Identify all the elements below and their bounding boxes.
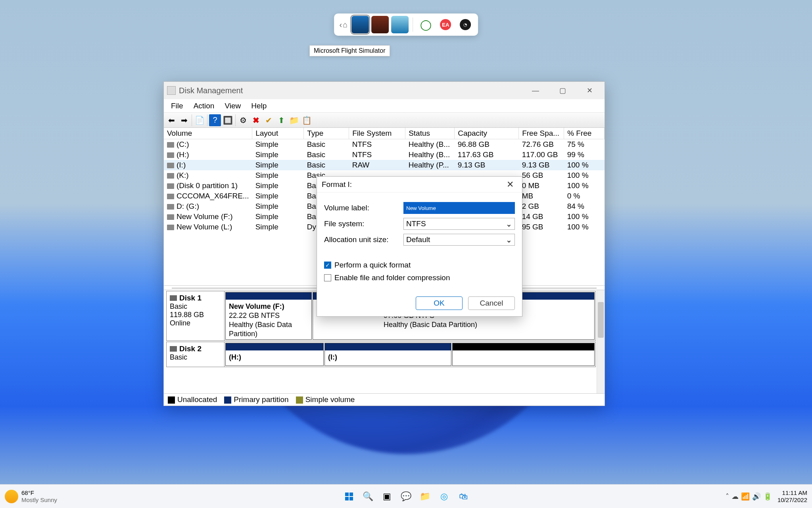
disk-size: 119.88 GB <box>170 311 221 319</box>
xbox-gamebar: ‹ ⌂ ◯ EA ◔ <box>334 13 478 36</box>
titlebar[interactable]: Disk Management — ▢ ✕ <box>164 82 605 99</box>
gamebar-tile-forza[interactable] <box>391 16 409 33</box>
weather-desc: Mostly Sunny <box>21 496 57 503</box>
gamebar-tile-minecraft[interactable] <box>371 16 389 33</box>
toolbar: ⬅ ➡ 📄 ? 🔲 ⚙ ✖ ✔ ⬆ 📁 📋 <box>164 113 605 128</box>
menu-help[interactable]: Help <box>246 100 271 112</box>
toolbar-up-icon[interactable]: ⬆ <box>275 114 287 126</box>
window-title: Disk Management <box>179 86 520 95</box>
format-dialog: Format I: ✕ Volume label: File system: N… <box>317 176 522 317</box>
svg-rect-0 <box>345 493 349 496</box>
gamebar-back-icon[interactable]: ‹ <box>340 20 342 29</box>
legend: Unallocated Primary partition Simple vol… <box>164 393 605 406</box>
disk-row-2: Disk 2 Basic (H:) (I:) <box>166 342 596 367</box>
col-type[interactable]: Type <box>304 128 349 139</box>
col-layout[interactable]: Layout <box>252 128 304 139</box>
filesystem-dropdown[interactable]: NTFS⌄ <box>403 218 515 230</box>
weather-icon <box>5 490 18 503</box>
checkbox-checked-icon: ✓ <box>324 262 331 269</box>
toolbar-separator <box>192 114 192 126</box>
dialog-title: Format I: <box>322 180 503 189</box>
toolbar-properties-icon[interactable]: 📄 <box>194 114 205 126</box>
gamebar-divider <box>413 17 413 32</box>
taskbar-clock[interactable]: 11:11 AM 10/27/2022 <box>777 489 807 503</box>
filesystem-label: File system: <box>324 219 403 228</box>
disk-type: Basic <box>170 302 221 311</box>
search-icon[interactable]: 🔍 <box>360 488 376 505</box>
svg-rect-1 <box>349 493 353 496</box>
toolbar-check-icon[interactable]: ✔ <box>263 114 275 126</box>
toolbar-refresh-icon[interactable]: 🔲 <box>222 114 234 126</box>
volume-label-label: Volume label: <box>324 204 403 212</box>
svg-rect-3 <box>349 497 353 500</box>
battery-icon[interactable]: 🔋 <box>763 492 772 501</box>
menu-view[interactable]: View <box>220 100 246 112</box>
partition[interactable]: (I:) <box>324 343 451 366</box>
edge-icon[interactable]: ◎ <box>436 488 453 505</box>
table-row[interactable]: (C:)SimpleBasicNTFSHealthy (B...96.88 GB… <box>164 139 605 150</box>
svg-rect-2 <box>345 497 349 500</box>
partition[interactable]: (H:) <box>225 343 324 366</box>
col-filesystem[interactable]: File System <box>349 128 405 139</box>
gamebar-ea-icon[interactable]: EA <box>437 16 454 33</box>
store-icon[interactable]: 🛍 <box>455 488 472 505</box>
maximize-button[interactable]: ▢ <box>551 83 574 98</box>
chat-icon[interactable]: 💬 <box>398 488 415 505</box>
weather-temp: 68°F <box>21 489 57 496</box>
onedrive-icon[interactable]: ☁ <box>731 492 739 501</box>
disk-panel-scrollbar[interactable] <box>597 290 605 393</box>
disk-state: Online <box>170 319 221 327</box>
menu-file[interactable]: File <box>166 100 188 112</box>
toolbar-forward-icon[interactable]: ➡ <box>178 114 190 126</box>
toolbar-separator <box>235 114 236 126</box>
allocation-label: Allocation unit size: <box>324 235 403 244</box>
toolbar-back-icon[interactable]: ⬅ <box>165 114 177 126</box>
gamebar-tooltip: Microsoft Flight Simulator <box>309 45 390 56</box>
taskbar: 68°F Mostly Sunny 🔍 ▣ 💬 📁 ◎ 🛍 ˄ ☁ 📶 🔊 🔋 … <box>0 484 812 508</box>
col-status[interactable]: Status <box>405 128 455 139</box>
gamebar-home-icon[interactable]: ⌂ <box>343 20 347 29</box>
volume-label-input[interactable] <box>403 202 515 214</box>
col-volume[interactable]: Volume <box>164 128 252 139</box>
dialog-close-icon[interactable]: ✕ <box>503 179 517 190</box>
toolbar-list-icon[interactable]: 📋 <box>301 114 313 126</box>
chevron-down-icon: ⌄ <box>506 219 512 229</box>
table-row[interactable]: (I:)SimpleBasicRAWHealthy (P...9.13 GB9.… <box>164 160 605 170</box>
explorer-icon[interactable]: 📁 <box>417 488 434 505</box>
gamebar-tile-flight-sim[interactable] <box>351 16 369 33</box>
col-freespace[interactable]: Free Spa... <box>519 128 564 139</box>
tray-expand-icon[interactable]: ˄ <box>726 492 729 501</box>
quick-format-checkbox[interactable]: ✓ Perform a quick format <box>324 261 515 269</box>
partition[interactable]: New Volume (F:) 22.22 GB NTFS Healthy (B… <box>225 292 312 340</box>
partition-unallocated[interactable] <box>452 343 595 366</box>
compression-checkbox[interactable]: Enable file and folder compression <box>324 273 515 282</box>
menu-action[interactable]: Action <box>189 100 219 112</box>
toolbar-folder-icon[interactable]: 📁 <box>288 114 300 126</box>
allocation-dropdown[interactable]: Default⌄ <box>403 234 515 246</box>
gamebar-steam-icon[interactable]: ◔ <box>457 16 474 33</box>
toolbar-settings-icon[interactable]: ⚙ <box>237 114 249 126</box>
taskbar-weather[interactable]: 68°F Mostly Sunny <box>5 489 57 503</box>
disk-type: Basic <box>170 353 221 362</box>
menubar: File Action View Help <box>164 99 605 113</box>
gamebar-xbox-icon[interactable]: ◯ <box>417 16 434 33</box>
ok-button[interactable]: OK <box>416 296 463 310</box>
toolbar-help-icon[interactable]: ? <box>209 114 221 126</box>
table-row[interactable]: (H:)SimpleBasicNTFSHealthy (B...117.63 G… <box>164 150 605 160</box>
col-pctfree[interactable]: % Free <box>564 128 605 139</box>
minimize-button[interactable]: — <box>524 83 547 98</box>
close-button[interactable]: ✕ <box>578 83 601 98</box>
cancel-button[interactable]: Cancel <box>468 296 515 310</box>
col-capacity[interactable]: Capacity <box>455 128 519 139</box>
start-button[interactable] <box>341 488 357 505</box>
wifi-icon[interactable]: 📶 <box>741 492 750 501</box>
volume-icon[interactable]: 🔊 <box>752 492 761 501</box>
chevron-down-icon: ⌄ <box>506 235 512 244</box>
app-icon <box>167 86 176 95</box>
toolbar-delete-icon[interactable]: ✖ <box>250 114 262 126</box>
checkbox-unchecked-icon <box>324 274 331 281</box>
task-view-icon[interactable]: ▣ <box>379 488 395 505</box>
toolbar-separator <box>207 114 207 126</box>
disk-info[interactable]: Disk 1 Basic 119.88 GB Online <box>167 291 225 341</box>
disk-info[interactable]: Disk 2 Basic <box>167 342 225 367</box>
